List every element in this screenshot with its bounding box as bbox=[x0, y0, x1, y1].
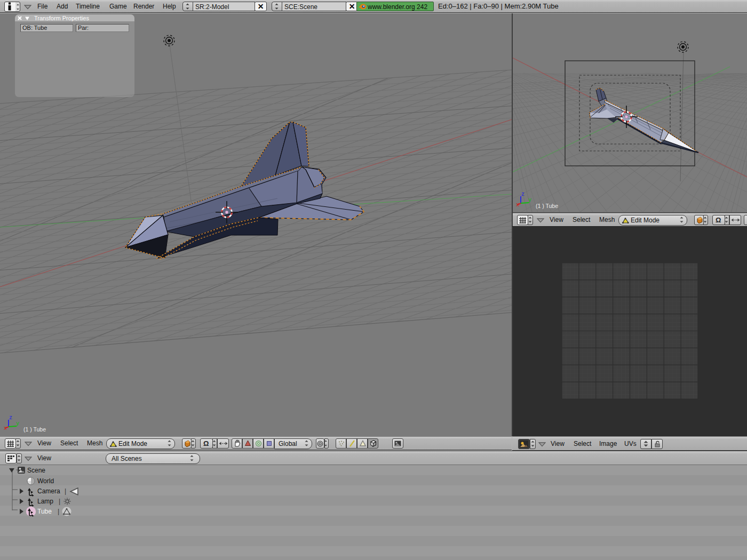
svg-text:Camera: Camera bbox=[37, 487, 60, 495]
svg-text:(1 ) Tube: (1 ) Tube bbox=[536, 203, 558, 209]
svg-text:x: x bbox=[516, 202, 519, 208]
svg-text:Scene: Scene bbox=[27, 467, 45, 474]
svg-text:|: | bbox=[59, 498, 60, 505]
svg-text:z: z bbox=[521, 191, 525, 197]
svg-text:x: x bbox=[4, 426, 7, 431]
svg-text:World: World bbox=[37, 477, 54, 485]
svg-text:Lamp: Lamp bbox=[37, 498, 53, 505]
svg-text:Tube: Tube bbox=[37, 508, 52, 515]
svg-text:|: | bbox=[65, 487, 66, 495]
svg-text:(1 ) Tube: (1 ) Tube bbox=[23, 426, 46, 433]
svg-text:z: z bbox=[9, 415, 12, 421]
svg-text:y: y bbox=[16, 421, 19, 427]
svg-text:|: | bbox=[58, 508, 59, 515]
svg-text:y: y bbox=[528, 197, 531, 203]
